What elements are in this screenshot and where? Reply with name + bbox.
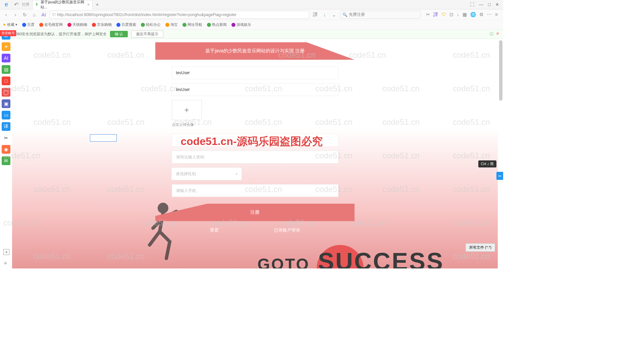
browser-tab-bar: e ↶ 打开 ⬇ 基于java的少数民族音乐网站... × + ⛶ — □ ✕ [0,0,503,9]
side-weibo-icon[interactable]: ◉ [2,145,10,154]
notice-info-icon[interactable]: ⓘ [490,32,493,37]
bottom-menu-icon[interactable]: ≡ [4,260,7,266]
ai-icon[interactable]: AI [40,11,47,18]
bookmark-games[interactable]: 游戏娱乐 [231,22,251,27]
form-title-banner: 基于java的少数民族音乐网站的设计与实现 注册 [155,42,355,60]
notice-text: 将360安全浏览器设为默认，提升打开速度，保护上网安全 [12,32,107,37]
form-title: 基于java的少数民族音乐网站的设计与实现 注册 [205,48,305,54]
tab-close-icon[interactable]: × [87,2,90,7]
bookmark-baidu-search[interactable]: 百度搜索 [116,22,136,27]
office-icon [141,23,145,27]
side-mail-icon[interactable]: ✉ [2,156,10,165]
gender-placeholder: 请选择性别 [176,171,196,177]
side-app6-icon[interactable]: ▣ [2,99,10,108]
more-icon[interactable]: ⋯ [487,12,492,18]
name-input[interactable] [172,83,338,96]
password-confirm-input[interactable] [172,151,338,163]
nav-home-button[interactable]: ⌂ [31,11,38,18]
notice-dismiss-button[interactable]: 最近不再提示 [131,31,163,38]
star-icon: ★ [3,22,6,27]
shield-icon[interactable]: 🛡 [441,12,446,18]
register-button[interactable]: 注册 [155,204,355,221]
side-doc-icon[interactable]: ▭ [2,111,10,119]
address-bar: ‹ › ↻ ⌂ AI 🛡 http://localhost:8080/sprin… [0,9,503,20]
login-link[interactable]: 已有账户登录 [274,227,300,233]
bookmarks-bar: ★收藏 ▾ 百度 老毛桃官网 天猫购物 京东购物 百度搜索 轻松办公 淘宝 网址… [0,20,503,30]
download-icon[interactable]: ↓ [321,11,328,18]
side-app5-icon[interactable]: ◯ [2,88,10,97]
bookmark-taobao[interactable]: 淘宝 [165,22,178,27]
gender-select[interactable]: 请选择性别 ▾ [171,167,242,180]
cut-icon[interactable]: ✂ [426,12,430,18]
phone-input[interactable] [172,184,338,197]
grid-icon[interactable]: ▦ [463,12,467,18]
add-button[interactable]: + [3,249,9,255]
files-filter[interactable]: 所有文件 (*.*) [466,243,495,252]
upload-label: 点击上传头像 [172,122,338,127]
translate-icon[interactable]: 譯 [312,11,319,18]
nav-back-button[interactable]: ‹ [3,11,9,18]
bookmark-news[interactable]: 热点新闻 [207,22,227,27]
bookmark-office[interactable]: 轻松办公 [141,22,161,27]
translate2-icon[interactable]: 譯 [433,12,438,18]
scrollbar[interactable] [499,40,502,101]
browser-logo-icon: e [0,0,13,9]
register-form: 基于java的少数民族音乐网站的设计与实现 注册 + 点击上传头像 请选择性别 … [155,42,355,239]
browser-tab[interactable]: ⬇ 基于java的少数民族音乐网站... × [32,0,93,9]
globe-icon[interactable]: 🌐 [470,12,476,18]
search-placeholder: 免费注册 [349,12,365,17]
screenshot-icon[interactable]: ⛶ [470,2,474,7]
back-arrow-icon[interactable]: ↶ [14,1,21,8]
game-icon [231,23,235,27]
side-cut-icon[interactable]: ✂ [2,134,10,142]
nav-forward-button[interactable]: › [12,11,19,18]
nav-reload-button[interactable]: ↻ [21,11,28,18]
plus-icon: + [184,105,189,115]
chevron-down-icon: ▾ [236,172,237,176]
login-badge[interactable]: 登录账号 [0,30,16,36]
username-input[interactable] [172,66,338,79]
dropdown-icon[interactable]: ⌄ [331,11,337,18]
side-translate-icon[interactable]: 译 [2,122,10,131]
aux-input[interactable] [90,134,117,142]
tab-favicon-icon: ⬇ [35,2,39,7]
notice-confirm-button[interactable]: 确 认 [110,31,128,37]
menu-icon[interactable]: ≡ [495,12,498,18]
side-app2-icon[interactable]: ☀ [2,42,10,51]
tmall-icon [67,23,71,27]
fav-label[interactable]: 收藏 ▾ [7,22,17,27]
new-tab-button[interactable]: + [93,2,102,8]
minimize-button[interactable]: — [479,2,483,7]
extension-badge[interactable]: ∞ [496,172,503,180]
bookmark-baidu[interactable]: 百度 [22,22,35,27]
lock-icon: 🛡 [52,13,56,17]
tab-title: 基于java的少数民族音乐网站... [41,0,85,10]
side-ai-icon[interactable]: AI [2,54,10,62]
extension-sidebar: ⊞ ☀ AI ▤ □ ◯ ▣ ▭ 译 ✂ ◉ ✉ [0,30,12,165]
ime-indicator[interactable]: CH ♪ 简 [478,160,497,167]
bookmark-nav[interactable]: 网址导航 [182,22,202,27]
search-input[interactable]: 🔍 免费注册 [340,11,421,19]
window-close-button[interactable]: ✕ [495,2,499,7]
bookmark-tmall[interactable]: 天猫购物 [67,22,87,27]
bookmark-jd[interactable]: 京东购物 [92,22,112,27]
maximize-button[interactable]: □ [488,2,491,7]
side-app3-icon[interactable]: ▤ [2,65,10,74]
news-icon [207,23,211,27]
download2-icon[interactable]: ↓ [457,12,459,18]
lmt-icon [39,23,43,27]
bookmark-laomaotao[interactable]: 老毛桃官网 [39,22,63,27]
notice-close-icon[interactable]: ✕ [496,32,499,37]
open-label: 打开 [22,2,30,7]
jd-icon [92,23,96,27]
baidu-icon [22,23,26,27]
pip-icon[interactable]: ⊡ [449,12,453,18]
page-content: GOTO SUCCESS 基于java的少数民族音乐网站的设计与实现 注册 + … [12,39,498,268]
password-input[interactable] [172,134,338,147]
url-input[interactable]: 🛡 http://localhost:8080/springboot7902c/… [50,11,309,19]
reset-link[interactable]: 重置 [210,227,219,233]
bds-icon [116,23,120,27]
avatar-upload-button[interactable]: + [172,100,202,120]
gear-icon[interactable]: ⚙ [479,12,484,18]
side-app4-icon[interactable]: □ [2,77,10,85]
